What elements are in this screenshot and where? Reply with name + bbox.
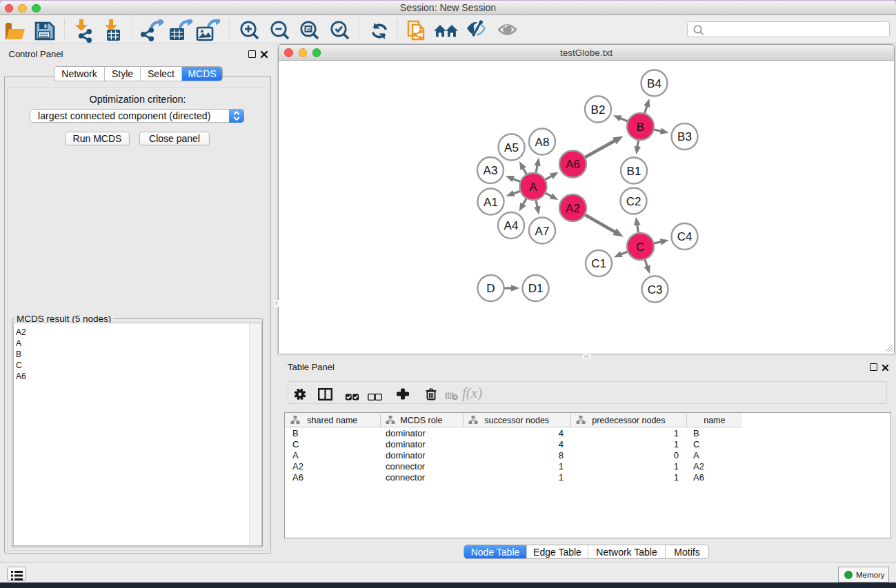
svg-text:A8: A8 bbox=[535, 136, 550, 149]
svg-text:C3: C3 bbox=[648, 283, 663, 296]
svg-text:A4: A4 bbox=[504, 219, 519, 232]
svg-text:A5: A5 bbox=[504, 141, 519, 154]
svg-text:D1: D1 bbox=[528, 282, 544, 295]
svg-text:C4: C4 bbox=[677, 230, 693, 243]
svg-text:A6: A6 bbox=[566, 158, 580, 171]
svg-text:A: A bbox=[529, 181, 537, 194]
svg-text:A7: A7 bbox=[535, 225, 550, 238]
svg-text:B3: B3 bbox=[677, 130, 692, 143]
svg-text:C2: C2 bbox=[626, 195, 641, 208]
svg-text:A3: A3 bbox=[484, 164, 498, 177]
svg-text:B4: B4 bbox=[647, 77, 661, 90]
svg-text:B1: B1 bbox=[627, 165, 641, 178]
svg-text:A2: A2 bbox=[566, 202, 580, 215]
svg-text:A1: A1 bbox=[484, 196, 498, 209]
svg-text:B: B bbox=[637, 121, 644, 134]
svg-text:D: D bbox=[486, 282, 495, 295]
svg-text:C1: C1 bbox=[591, 257, 606, 270]
svg-text:C: C bbox=[636, 241, 644, 254]
svg-text:B2: B2 bbox=[591, 103, 606, 116]
